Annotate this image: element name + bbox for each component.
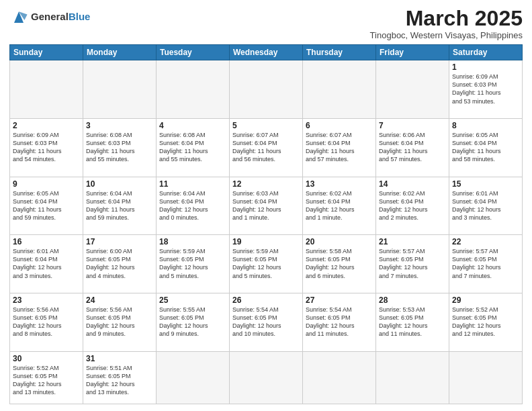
day-cell: 24Sunrise: 5:56 AMSunset: 6:05 PMDayligh…	[83, 293, 157, 351]
day-cell	[10, 60, 83, 119]
day-info: Sunrise: 6:09 AMSunset: 6:03 PMDaylight:…	[13, 132, 62, 163]
day-number: 17	[86, 237, 153, 246]
weekday-header-sunday: Sunday	[10, 45, 83, 60]
day-cell: 8Sunrise: 6:05 AMSunset: 6:04 PMDaylight…	[449, 118, 523, 177]
day-info: Sunrise: 5:57 AMSunset: 6:05 PMDaylight:…	[452, 248, 501, 279]
day-cell: 15Sunrise: 6:01 AMSunset: 6:04 PMDayligh…	[449, 177, 523, 235]
day-info: Sunrise: 6:00 AMSunset: 6:05 PMDaylight:…	[86, 248, 135, 279]
day-cell: 12Sunrise: 6:03 AMSunset: 6:04 PMDayligh…	[230, 177, 303, 235]
day-info: Sunrise: 5:52 AMSunset: 6:05 PMDaylight:…	[13, 365, 62, 396]
day-number: 10	[86, 179, 153, 189]
week-row-5: 23Sunrise: 5:56 AMSunset: 6:05 PMDayligh…	[10, 293, 523, 351]
day-cell: 21Sunrise: 5:57 AMSunset: 6:05 PMDayligh…	[376, 235, 449, 293]
week-row-1: 1Sunrise: 6:09 AMSunset: 6:03 PMDaylight…	[10, 60, 523, 119]
day-cell: 14Sunrise: 6:02 AMSunset: 6:04 PMDayligh…	[376, 177, 449, 235]
day-cell: 6Sunrise: 6:07 AMSunset: 6:04 PMDaylight…	[303, 118, 376, 177]
day-cell: 30Sunrise: 5:52 AMSunset: 6:05 PMDayligh…	[10, 351, 83, 404]
day-cell: 10Sunrise: 6:04 AMSunset: 6:04 PMDayligh…	[83, 177, 157, 235]
day-number: 25	[159, 295, 226, 305]
week-row-2: 2Sunrise: 6:09 AMSunset: 6:03 PMDaylight…	[10, 118, 523, 177]
day-number: 26	[232, 295, 300, 305]
day-info: Sunrise: 5:59 AMSunset: 6:05 PMDaylight:…	[232, 248, 281, 279]
weekday-header-row: SundayMondayTuesdayWednesdayThursdayFrid…	[10, 45, 523, 60]
day-cell	[157, 60, 230, 119]
day-cell: 27Sunrise: 5:54 AMSunset: 6:05 PMDayligh…	[303, 293, 376, 351]
day-cell: 16Sunrise: 6:01 AMSunset: 6:04 PMDayligh…	[10, 235, 83, 293]
day-number: 2	[13, 121, 80, 130]
day-number: 8	[452, 121, 519, 130]
day-number: 27	[306, 295, 373, 305]
day-number: 15	[452, 179, 519, 189]
day-cell: 4Sunrise: 6:08 AMSunset: 6:04 PMDaylight…	[157, 118, 230, 177]
day-cell: 31Sunrise: 5:51 AMSunset: 6:05 PMDayligh…	[83, 351, 157, 404]
day-info: Sunrise: 5:56 AMSunset: 6:05 PMDaylight:…	[13, 306, 62, 337]
day-cell	[376, 351, 449, 404]
day-cell	[376, 60, 449, 119]
day-cell	[230, 351, 303, 404]
day-info: Sunrise: 6:07 AMSunset: 6:04 PMDaylight:…	[306, 132, 355, 163]
day-cell: 28Sunrise: 5:53 AMSunset: 6:05 PMDayligh…	[376, 293, 449, 351]
day-number: 28	[379, 295, 446, 305]
day-number: 5	[232, 121, 300, 130]
day-number: 3	[86, 121, 153, 130]
day-number: 11	[159, 179, 226, 189]
day-cell: 25Sunrise: 5:55 AMSunset: 6:05 PMDayligh…	[157, 293, 230, 351]
day-info: Sunrise: 5:59 AMSunset: 6:05 PMDaylight:…	[159, 248, 208, 279]
day-number: 21	[379, 237, 446, 246]
title-block: March 2025 Tinogboc, Western Visayas, Ph…	[370, 7, 523, 40]
logo: GeneralBlue	[9, 9, 90, 24]
day-number: 20	[306, 237, 373, 246]
day-cell: 7Sunrise: 6:06 AMSunset: 6:04 PMDaylight…	[376, 118, 449, 177]
week-row-4: 16Sunrise: 6:01 AMSunset: 6:04 PMDayligh…	[10, 235, 523, 293]
day-number: 29	[452, 295, 519, 305]
day-info: Sunrise: 6:04 AMSunset: 6:04 PMDaylight:…	[159, 190, 208, 221]
weekday-header-friday: Friday	[376, 45, 449, 60]
page: GeneralBlue March 2025 Tinogboc, Western…	[0, 0, 532, 411]
week-row-6: 30Sunrise: 5:52 AMSunset: 6:05 PMDayligh…	[10, 351, 523, 404]
day-info: Sunrise: 6:01 AMSunset: 6:04 PMDaylight:…	[13, 248, 62, 279]
day-number: 16	[13, 237, 80, 246]
weekday-header-thursday: Thursday	[303, 45, 376, 60]
day-cell: 23Sunrise: 5:56 AMSunset: 6:05 PMDayligh…	[10, 293, 83, 351]
day-info: Sunrise: 6:04 AMSunset: 6:04 PMDaylight:…	[86, 190, 135, 221]
day-cell	[303, 60, 376, 119]
day-cell: 1Sunrise: 6:09 AMSunset: 6:03 PMDaylight…	[449, 60, 523, 119]
day-info: Sunrise: 5:54 AMSunset: 6:05 PMDaylight:…	[306, 306, 355, 337]
day-info: Sunrise: 6:05 AMSunset: 6:04 PMDaylight:…	[452, 132, 501, 163]
header: GeneralBlue March 2025 Tinogboc, Western…	[9, 7, 523, 40]
day-cell: 18Sunrise: 5:59 AMSunset: 6:05 PMDayligh…	[157, 235, 230, 293]
day-cell: 5Sunrise: 6:07 AMSunset: 6:04 PMDaylight…	[230, 118, 303, 177]
day-info: Sunrise: 5:53 AMSunset: 6:05 PMDaylight:…	[379, 306, 428, 337]
day-info: Sunrise: 6:08 AMSunset: 6:04 PMDaylight:…	[159, 132, 208, 163]
weekday-header-monday: Monday	[83, 45, 157, 60]
logo-icon	[9, 9, 28, 24]
day-info: Sunrise: 6:02 AMSunset: 6:04 PMDaylight:…	[379, 190, 428, 221]
day-number: 12	[232, 179, 300, 189]
day-number: 9	[13, 179, 80, 189]
day-cell: 22Sunrise: 5:57 AMSunset: 6:05 PMDayligh…	[449, 235, 523, 293]
day-number: 30	[13, 354, 80, 363]
day-info: Sunrise: 5:55 AMSunset: 6:05 PMDaylight:…	[159, 306, 208, 337]
day-cell: 13Sunrise: 6:02 AMSunset: 6:04 PMDayligh…	[303, 177, 376, 235]
location-subtitle: Tinogboc, Western Visayas, Philippines	[370, 30, 523, 40]
day-cell: 20Sunrise: 5:58 AMSunset: 6:05 PMDayligh…	[303, 235, 376, 293]
day-cell	[230, 60, 303, 119]
day-number: 19	[232, 237, 300, 246]
day-info: Sunrise: 5:57 AMSunset: 6:05 PMDaylight:…	[379, 248, 428, 279]
day-cell	[83, 60, 157, 119]
day-number: 31	[86, 354, 153, 363]
day-number: 1	[452, 62, 519, 72]
day-number: 6	[306, 121, 373, 130]
day-info: Sunrise: 6:05 AMSunset: 6:04 PMDaylight:…	[13, 190, 62, 221]
day-cell: 17Sunrise: 6:00 AMSunset: 6:05 PMDayligh…	[83, 235, 157, 293]
calendar-table: SundayMondayTuesdayWednesdayThursdayFrid…	[9, 44, 523, 404]
day-cell: 11Sunrise: 6:04 AMSunset: 6:04 PMDayligh…	[157, 177, 230, 235]
day-info: Sunrise: 6:06 AMSunset: 6:04 PMDaylight:…	[379, 132, 428, 163]
weekday-header-saturday: Saturday	[449, 45, 523, 60]
day-info: Sunrise: 6:08 AMSunset: 6:03 PMDaylight:…	[86, 132, 135, 163]
day-info: Sunrise: 6:02 AMSunset: 6:04 PMDaylight:…	[306, 190, 355, 221]
day-info: Sunrise: 6:03 AMSunset: 6:04 PMDaylight:…	[232, 190, 281, 221]
day-cell	[157, 351, 230, 404]
day-number: 22	[452, 237, 519, 246]
day-number: 13	[306, 179, 373, 189]
